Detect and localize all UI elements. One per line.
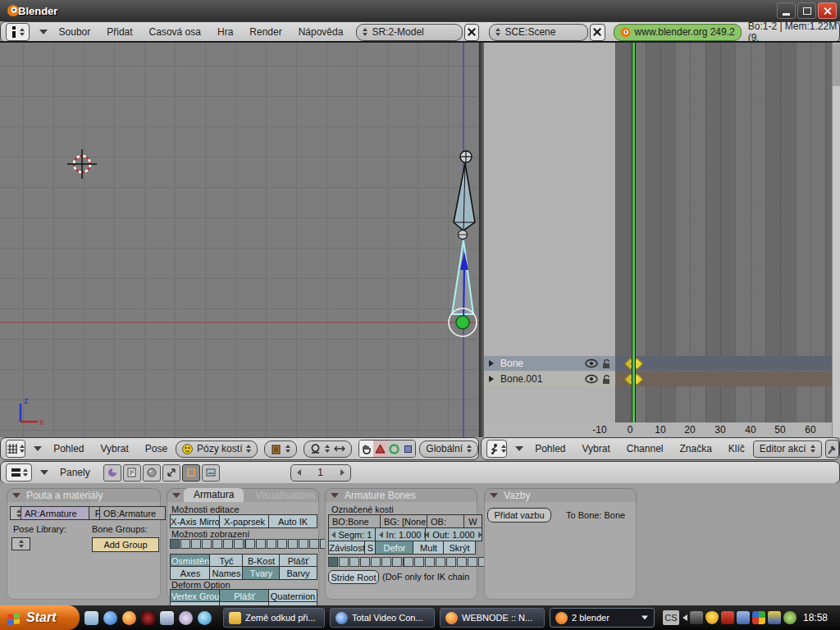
tray-collapse-chevron-icon[interactable] bbox=[682, 614, 687, 621]
collapse-menus-icon[interactable] bbox=[34, 446, 42, 451]
menu-pohled[interactable]: Pohled bbox=[45, 443, 92, 454]
viewport-editor-type-button[interactable] bbox=[6, 440, 25, 458]
pose-library-menu[interactable] bbox=[11, 537, 30, 550]
manipulator-hand-button[interactable] bbox=[359, 441, 373, 457]
version-link[interactable]: www.blender.org 249.2 bbox=[614, 24, 742, 41]
visibility-eye-icon[interactable] bbox=[585, 358, 598, 368]
context-script-button[interactable] bbox=[123, 464, 141, 482]
panel-collapse-icon[interactable] bbox=[490, 493, 498, 498]
restore-button[interactable] bbox=[797, 2, 816, 19]
tray-security-shield-icon[interactable] bbox=[705, 611, 719, 624]
draw-type-selector[interactable] bbox=[264, 441, 297, 458]
bone-upper[interactable] bbox=[454, 151, 475, 240]
tray-camera-icon[interactable] bbox=[690, 611, 703, 624]
screen-selector[interactable]: SR:2-Model bbox=[356, 24, 462, 41]
panel-collapse-icon[interactable] bbox=[172, 493, 180, 498]
viewport-3d[interactable]: z x (1) Armature Bone bbox=[0, 43, 479, 437]
bone-layers-group1[interactable] bbox=[328, 557, 413, 567]
shapes-toggle[interactable]: Tvary bbox=[242, 566, 281, 580]
action-scrollbar-thumb[interactable] bbox=[833, 43, 840, 86]
menu-soubor[interactable]: Soubor bbox=[51, 26, 99, 38]
channel-row[interactable]: Bone.001 bbox=[484, 372, 615, 386]
menu-casova-osa[interactable]: Casová osa bbox=[141, 26, 209, 38]
hide-toggle[interactable]: Skrýt bbox=[443, 541, 476, 555]
panel-link-materials[interactable]: Pouta a materiály AR:Armature F OB:Armat… bbox=[7, 488, 161, 600]
weight-button[interactable]: W bbox=[463, 514, 482, 528]
page-next-icon[interactable] bbox=[340, 469, 345, 476]
task-group-blender[interactable]: 2 blender bbox=[550, 608, 655, 628]
armature-layers-group1[interactable] bbox=[170, 539, 254, 549]
action-scrollbar[interactable] bbox=[832, 43, 840, 437]
close-button[interactable] bbox=[818, 2, 837, 19]
menu-render[interactable]: Render bbox=[241, 26, 290, 38]
tab-armatura[interactable]: Armatura bbox=[184, 488, 244, 502]
start-button[interactable]: Start bbox=[0, 605, 80, 630]
tray-language-indicator[interactable]: CS bbox=[663, 610, 679, 625]
panel-collapse-icon[interactable] bbox=[12, 493, 21, 498]
menu-channel[interactable]: Channel bbox=[619, 443, 672, 454]
buttons-editor-type-button[interactable] bbox=[6, 463, 32, 482]
group-expand-icon[interactable] bbox=[641, 616, 648, 620]
action-editor-type-button[interactable] bbox=[486, 440, 507, 458]
context-object-button[interactable] bbox=[162, 464, 180, 482]
armature-name-field[interactable]: AR:Armature bbox=[21, 506, 96, 520]
tray-antivirus-icon[interactable] bbox=[752, 611, 765, 624]
quicklaunch-msn-icon[interactable] bbox=[198, 611, 212, 625]
out-number[interactable]: Out: 1.000 bbox=[425, 527, 482, 541]
current-frame-line[interactable] bbox=[632, 43, 636, 422]
tray-display-icon[interactable] bbox=[783, 611, 797, 624]
quicklaunch-media-icon[interactable] bbox=[141, 611, 155, 625]
pin-button[interactable] bbox=[825, 440, 839, 458]
menu-pohled[interactable]: Pohled bbox=[527, 443, 573, 454]
menu-pose[interactable]: Pose bbox=[137, 443, 176, 454]
auto-ik-toggle[interactable]: Auto IK bbox=[268, 514, 317, 528]
pivot-selector[interactable] bbox=[304, 441, 352, 458]
align-arrows-icon[interactable] bbox=[334, 444, 345, 454]
x-ray-toggle[interactable]: X-paprsek bbox=[219, 514, 270, 528]
axes-toggle[interactable]: Axes bbox=[170, 566, 211, 580]
menu-napoveda[interactable]: Nápověda bbox=[290, 26, 352, 38]
deform-toggle[interactable]: Defor bbox=[375, 541, 414, 555]
tray-adobe-icon[interactable] bbox=[721, 611, 734, 624]
collapse-menus-icon[interactable] bbox=[39, 30, 48, 34]
mode-selector[interactable]: Pózy kostí bbox=[176, 441, 258, 458]
colors-toggle[interactable]: Barvy bbox=[279, 566, 317, 580]
window-titlebar[interactable]: Blender bbox=[0, 0, 840, 21]
task-window[interactable]: WEBNODE :: N... bbox=[440, 608, 545, 628]
quicklaunch-firefox-icon[interactable] bbox=[122, 611, 136, 625]
in-number[interactable]: In: 1.000 bbox=[375, 527, 432, 541]
expand-channel-icon[interactable] bbox=[489, 360, 494, 367]
tray-clock[interactable]: 18:58 bbox=[803, 612, 828, 623]
scene-delete-button[interactable] bbox=[590, 24, 605, 41]
task-window[interactable]: Země odkud při... bbox=[223, 608, 325, 628]
manipulator-translate-button[interactable] bbox=[373, 441, 387, 457]
names-toggle[interactable]: Names bbox=[209, 566, 244, 580]
manipulator-scale-button[interactable] bbox=[401, 441, 415, 457]
panel-armature-bones[interactable]: Armature Bones Označené kosti BO:Bone BG… bbox=[325, 488, 477, 600]
channel-row[interactable]: Bone bbox=[484, 356, 615, 371]
armature-layers-group2[interactable] bbox=[245, 539, 330, 549]
bone-name-field[interactable]: BO:Bone bbox=[328, 514, 387, 528]
stride-root-button[interactable]: Stride Root bbox=[328, 570, 379, 584]
menu-pridat[interactable]: Přidat bbox=[98, 26, 140, 38]
timeline-ruler[interactable]: -10 0 10 20 30 40 50 60 bbox=[484, 422, 832, 437]
hinge-toggle[interactable]: Závislost bbox=[328, 541, 366, 555]
panel-collapse-icon[interactable] bbox=[331, 493, 339, 498]
tray-xp3d-icon[interactable] bbox=[768, 611, 781, 624]
menu-panely[interactable]: Panely bbox=[52, 467, 98, 478]
quicklaunch-mail-icon[interactable] bbox=[84, 611, 98, 625]
minimize-button[interactable] bbox=[777, 2, 796, 19]
menu-vybrat[interactable]: Vybrat bbox=[93, 443, 137, 454]
page-prev-icon[interactable] bbox=[297, 469, 301, 476]
taskbar[interactable]: Start Země odkud při... Total Video Con.… bbox=[0, 605, 840, 630]
tray-network-icon[interactable] bbox=[737, 611, 750, 624]
bone-layers-group2[interactable] bbox=[404, 557, 488, 567]
orientation-selector[interactable]: Globální bbox=[419, 441, 478, 458]
menu-vybrat[interactable]: Vybrat bbox=[574, 443, 619, 454]
x-axis-mirror-toggle[interactable]: X-Axis Mirro bbox=[170, 514, 221, 528]
context-shading-button[interactable] bbox=[143, 464, 161, 482]
context-scene-button[interactable] bbox=[202, 464, 220, 482]
menu-hra[interactable]: Hra bbox=[209, 26, 241, 38]
context-logic-button[interactable] bbox=[103, 464, 121, 482]
add-group-button[interactable]: Add Group bbox=[92, 537, 159, 552]
